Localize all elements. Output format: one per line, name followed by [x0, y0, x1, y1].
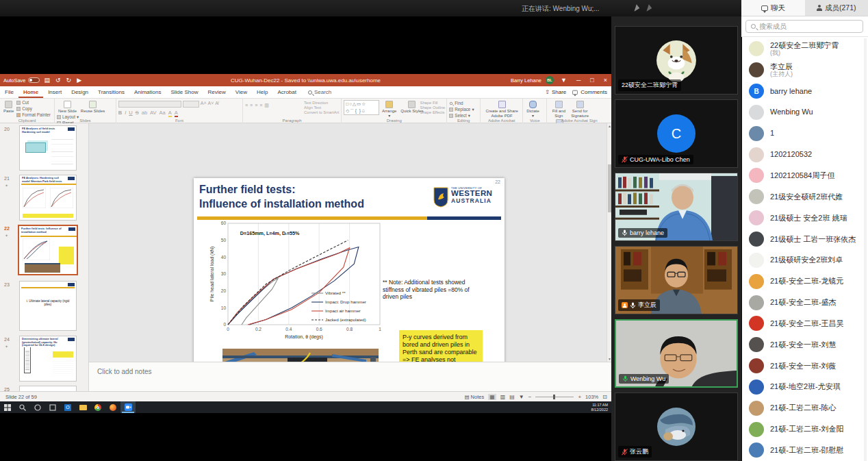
member-row[interactable]: 21级安全硕研2班代婎 — [742, 186, 865, 208]
member-row[interactable]: 21硕-工岩二班-刘金阳 — [742, 419, 865, 440]
ribbon-tab-home[interactable]: Home — [18, 86, 43, 98]
fit-slide-button[interactable]: ⊡ — [602, 394, 607, 400]
restore-button[interactable]: □ — [590, 74, 593, 86]
slide-thumbnail-22[interactable]: Further field tests: Influence of instal… — [18, 225, 78, 275]
reading-view-button[interactable]: ▤ — [509, 394, 515, 400]
slide-thumbnail-23[interactable]: i. Ultimate lateral capacity (rigid pile… — [19, 281, 77, 331]
video-tile[interactable]: CCUG-UWA-Libo Chen — [615, 99, 738, 168]
send-signature-button[interactable]: Send for Signature — [570, 100, 590, 119]
share-button[interactable]: ⇧Share — [545, 89, 566, 95]
ribbon-tab-file[interactable]: File — [0, 86, 18, 98]
ribbon-tab-animations[interactable]: Animations — [129, 86, 166, 98]
reuse-slides-button[interactable]: Reuse Slides — [79, 100, 106, 114]
member-row[interactable]: Bbarry lehane — [742, 81, 865, 102]
justify-button[interactable]: ≡ — [259, 103, 262, 108]
cut-button[interactable]: Cut — [16, 100, 51, 105]
zoom-slider[interactable] — [535, 397, 574, 397]
normal-view-button[interactable]: ▦ — [488, 394, 496, 400]
text-direction-button[interactable]: Text Direction — [304, 101, 339, 105]
member-row[interactable]: 21硕-工岩二班-邵慰慰 — [742, 440, 865, 461]
find-button[interactable]: Find — [449, 101, 474, 106]
dictate-button[interactable]: Dictate ▾ — [525, 100, 541, 119]
notes-pane[interactable]: Click to add notes — [89, 362, 611, 391]
shrink-font-button[interactable]: A˅ — [208, 101, 214, 108]
slide-sorter-view-button[interactable]: ▥ — [500, 394, 506, 400]
zoom-in-button[interactable]: + — [578, 394, 581, 400]
member-row[interactable]: 21硕-安全一班-刘薇 — [742, 356, 865, 377]
minimize-button[interactable]: ─ — [576, 74, 580, 86]
ribbon-tab-transitions[interactable]: Transitions — [93, 86, 129, 98]
member-scrollbar[interactable] — [864, 38, 867, 461]
align-right-button[interactable]: ≡ — [255, 103, 257, 108]
slide-scrollbar[interactable]: ▲ ▼ — [607, 123, 611, 362]
slide-thumbnail-20[interactable]: FE Analyses of field tests Hardening soi… — [19, 125, 77, 171]
character-spacing-button[interactable]: AV — [150, 110, 156, 117]
taskbar-search[interactable] — [15, 401, 30, 413]
ribbon-tab-acrobat[interactable]: Acrobat — [272, 86, 301, 98]
create-share-pdf-button[interactable]: Create and Share Adobe PDF — [483, 100, 521, 119]
shapes-gallery[interactable]: □○△▭☆◇⌒{ }✩ — [344, 100, 379, 115]
close-button[interactable]: × — [604, 74, 607, 86]
slideshow-view-button[interactable]: ▼ — [519, 394, 524, 400]
member-row[interactable]: 21硕-工岩二班-陈心 — [742, 397, 865, 419]
comments-button[interactable]: Comments — [572, 89, 607, 95]
bold-button[interactable]: B — [118, 110, 122, 117]
grow-font-button[interactable]: A˄ — [201, 101, 207, 108]
member-row[interactable]: 21硕-地空2班-尤安琪 — [742, 377, 865, 398]
taskbar-clock[interactable]: 11:17 AM 8/12/2022 — [574, 403, 608, 412]
select-button[interactable]: Select ▾ — [449, 113, 474, 119]
text-shadow-button[interactable]: ab — [142, 110, 147, 117]
member-row[interactable]: 21硕-安全二班-龙镜元 — [742, 271, 865, 292]
member-row[interactable]: 22硕安全二班郹宁霄(我) — [742, 38, 865, 60]
zoom-out-button[interactable]: − — [528, 394, 532, 400]
ribbon-tab-view[interactable]: View — [231, 86, 252, 98]
clear-format-button[interactable]: A̸ — [215, 101, 218, 108]
member-row[interactable]: 21硕-安全二班-盛杰 — [742, 292, 865, 313]
replace-button[interactable]: Replace ▾ — [449, 107, 474, 112]
tab-chat[interactable]: 聊天 — [741, 0, 805, 16]
align-center-button[interactable]: ≡ — [250, 103, 253, 108]
autosave-toggle[interactable] — [28, 77, 40, 83]
taskbar-firefox[interactable] — [105, 401, 120, 413]
redo-icon[interactable]: ↻ — [66, 74, 72, 86]
video-tile[interactable]: barry lehane — [615, 173, 738, 241]
fill-sign-button[interactable]: Fill and Sign — [549, 100, 568, 119]
zoom-level[interactable]: 103% — [585, 394, 598, 400]
member-search-input[interactable]: 搜索成员 — [745, 20, 863, 33]
copy-button[interactable]: Copy — [16, 106, 51, 112]
video-tile[interactable]: Wenbing Wu — [615, 319, 738, 388]
shape-fill-button[interactable]: Shape Fill — [420, 101, 446, 105]
taskbar-cortana[interactable] — [30, 401, 45, 413]
smartart-button[interactable]: Convert to SmartArt — [304, 110, 339, 114]
member-row[interactable]: 21级硕士 工岩一班张依杰 — [742, 229, 865, 250]
member-row[interactable]: Wenbing Wu — [742, 102, 865, 123]
taskbar-file-explorer[interactable] — [75, 401, 90, 413]
shape-effects-button[interactable]: Shape Effects — [420, 110, 446, 114]
member-row[interactable]: 21硕-安全二班-王昌昊 — [742, 313, 865, 334]
account-name[interactable]: Barry Lehane — [511, 77, 541, 84]
slide-thumbnail-25[interactable] — [19, 386, 77, 391]
taskbar-outlook[interactable]: O — [60, 401, 75, 413]
format-painter-button[interactable]: Format Painter — [16, 112, 51, 118]
video-tile[interactable]: 22硕安全二班郹宁霄 — [615, 26, 738, 95]
paste-button[interactable]: Paste — [2, 100, 15, 114]
member-row[interactable]: 1202120532 — [742, 144, 865, 165]
ribbon-tab-design[interactable]: Design — [66, 86, 93, 98]
ribbon-tab-help[interactable]: Help — [252, 86, 272, 98]
align-text-button[interactable]: Align Text — [304, 105, 339, 110]
ribbon-tab-review[interactable]: Review — [203, 86, 230, 98]
arrange-button[interactable]: Arrange ▾ — [381, 100, 398, 119]
highlight-color-button[interactable]: A — [168, 110, 172, 117]
member-row[interactable]: 21级硕研安全2班刘卓 — [742, 249, 865, 271]
member-row[interactable]: 21级硕士 安全2班 姚瑞 — [742, 208, 865, 229]
ribbon-options-icon[interactable]: ▼ — [561, 74, 567, 86]
member-row[interactable]: 李立辰(主持人) — [742, 60, 865, 81]
taskbar-meeting-app[interactable] — [120, 401, 136, 413]
ribbon-search[interactable]: Search — [308, 89, 331, 95]
tab-members[interactable]: 成员(271) — [805, 0, 868, 16]
underline-button[interactable]: U — [129, 110, 132, 117]
slide-thumbnail-21[interactable]: FE Analyses: Hardening soil model Shento… — [19, 175, 77, 221]
strikethrough-button[interactable]: S — [136, 110, 139, 117]
save-icon[interactable]: ▤ — [44, 74, 51, 86]
font-name-select[interactable] — [118, 101, 181, 108]
